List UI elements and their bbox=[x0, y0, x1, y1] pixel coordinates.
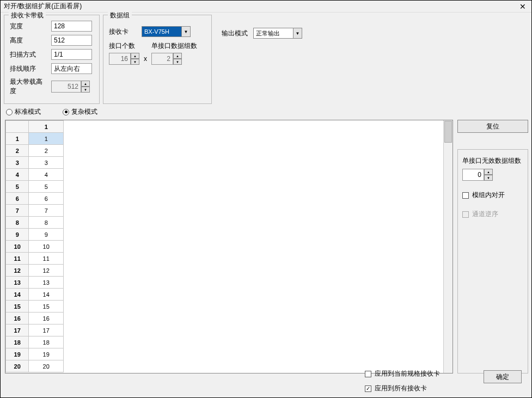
row-header[interactable]: 5 bbox=[6, 181, 29, 193]
module-split-label: 模组内对开 bbox=[472, 191, 505, 200]
row-header[interactable]: 14 bbox=[6, 289, 29, 301]
row-header[interactable]: 9 bbox=[6, 229, 29, 241]
row-header[interactable]: 18 bbox=[6, 336, 29, 348]
grid-cell[interactable]: 16 bbox=[29, 313, 64, 324]
scrollbar-thumb[interactable] bbox=[444, 121, 452, 143]
chevron-down-icon[interactable]: ▼ bbox=[81, 87, 90, 93]
grid-cell[interactable]: 14 bbox=[29, 289, 64, 301]
footer: 应用到当前规格接收卡 应用到所有接收卡 确定 bbox=[1, 369, 531, 393]
row-header[interactable]: 3 bbox=[6, 157, 29, 169]
chevron-up-icon[interactable]: ▲ bbox=[81, 81, 90, 87]
grid-cell[interactable]: 9 bbox=[29, 229, 64, 241]
close-icon[interactable]: ✕ bbox=[517, 2, 528, 11]
grid-cell[interactable]: 19 bbox=[29, 348, 64, 360]
output-mode-value: 正常输出 bbox=[254, 28, 293, 38]
grid-cell[interactable]: 3 bbox=[29, 157, 64, 169]
maxh-value bbox=[51, 81, 81, 93]
channel-reverse-label: 通道逆序 bbox=[472, 210, 498, 219]
row-header[interactable]: 19 bbox=[6, 348, 29, 360]
wire-input[interactable] bbox=[51, 63, 92, 74]
grid-cell[interactable]: 11 bbox=[29, 253, 64, 265]
chevron-down-icon[interactable]: ▼ bbox=[173, 59, 182, 65]
grid-cell[interactable]: 12 bbox=[29, 265, 64, 277]
width-label: 宽度 bbox=[10, 22, 48, 31]
ports-value bbox=[109, 53, 131, 65]
invalid-groups-stepper[interactable]: ▲▼ bbox=[462, 169, 523, 181]
ok-button[interactable]: 确定 bbox=[484, 370, 522, 383]
grid-cell[interactable]: 18 bbox=[29, 336, 64, 348]
checkbox-icon bbox=[365, 371, 371, 377]
row-header[interactable]: 15 bbox=[6, 301, 29, 313]
legend-recv: 接收卡带载 bbox=[9, 11, 46, 20]
checkbox-icon bbox=[462, 211, 469, 218]
grid-cell[interactable]: 2 bbox=[29, 145, 64, 157]
maxh-label: 最大带载高度 bbox=[10, 77, 48, 96]
reset-button[interactable]: 复位 bbox=[457, 120, 528, 133]
fieldset-data-group: 数据组 接收卡 BX-V75H ▼ 接口个数 ▲▼ bbox=[103, 15, 212, 104]
main-area: 1112233445566778899101011111212131314141… bbox=[1, 120, 531, 373]
grid-cell[interactable]: 4 bbox=[29, 169, 64, 181]
height-input[interactable] bbox=[51, 35, 92, 46]
row-header[interactable]: 1 bbox=[6, 133, 29, 145]
radio-complex-label: 复杂模式 bbox=[71, 107, 97, 117]
groups-value bbox=[151, 53, 173, 65]
grid-cell[interactable]: 13 bbox=[29, 277, 64, 289]
row-header[interactable]: 16 bbox=[6, 313, 29, 324]
chevron-down-icon[interactable]: ▼ bbox=[484, 175, 493, 181]
width-input[interactable] bbox=[51, 21, 92, 32]
fieldset-recv-card: 接收卡带载 宽度 高度 扫描方式 排线顺序 最大带载高度 ▲▼ bbox=[4, 15, 100, 104]
maxh-stepper[interactable]: ▲▼ bbox=[51, 81, 90, 93]
groups-stepper[interactable]: ▲▼ bbox=[151, 53, 182, 65]
radio-icon bbox=[63, 109, 69, 115]
output-mode-label: 输出模式 bbox=[222, 29, 248, 38]
grid-cell[interactable]: 8 bbox=[29, 217, 64, 229]
data-grid[interactable]: 1112233445566778899101011111212131314141… bbox=[5, 120, 453, 373]
row-header[interactable]: 6 bbox=[6, 193, 29, 205]
chevron-down-icon[interactable]: ▼ bbox=[293, 28, 302, 38]
legend-dg: 数据组 bbox=[108, 11, 132, 20]
grid-cell[interactable]: 10 bbox=[29, 241, 64, 253]
options-section: 单接口无效数据组数 ▲▼ 模组内对开 通道逆序 bbox=[457, 149, 528, 373]
output-mode-row: 输出模式 正常输出 ▼ bbox=[222, 28, 302, 39]
chevron-up-icon[interactable]: ▲ bbox=[173, 53, 182, 59]
row-header[interactable]: 8 bbox=[6, 217, 29, 229]
chevron-down-icon[interactable]: ▼ bbox=[131, 59, 139, 65]
row-header[interactable]: 7 bbox=[6, 205, 29, 217]
checkbox-icon bbox=[365, 385, 371, 392]
chevron-up-icon[interactable]: ▲ bbox=[484, 169, 493, 175]
grid-cell[interactable]: 15 bbox=[29, 301, 64, 313]
radio-complex[interactable]: 复杂模式 bbox=[63, 107, 97, 117]
row-header[interactable]: 4 bbox=[6, 169, 29, 181]
grid-cell[interactable]: 6 bbox=[29, 193, 64, 205]
scrollbar-vertical[interactable] bbox=[443, 120, 452, 373]
invalid-groups-value[interactable] bbox=[462, 169, 484, 181]
chevron-up-icon[interactable]: ▲ bbox=[131, 53, 139, 59]
row-header[interactable]: 2 bbox=[6, 145, 29, 157]
recvcard-value: BX-V75H bbox=[142, 27, 181, 36]
radio-icon bbox=[6, 109, 13, 115]
chevron-down-icon[interactable]: ▼ bbox=[181, 27, 190, 36]
grid-cell[interactable]: 17 bbox=[29, 324, 64, 336]
checkbox-apply-current[interactable]: 应用到当前规格接收卡 bbox=[365, 369, 440, 378]
scan-label: 扫描方式 bbox=[10, 50, 48, 59]
output-mode-select[interactable]: 正常输出 ▼ bbox=[253, 28, 302, 39]
row-header[interactable]: 11 bbox=[6, 253, 29, 265]
row-header[interactable]: 13 bbox=[6, 277, 29, 289]
checkbox-module-split[interactable]: 模组内对开 bbox=[462, 191, 523, 200]
upper-panel: 接收卡带载 宽度 高度 扫描方式 排线顺序 最大带载高度 ▲▼ bbox=[1, 13, 531, 104]
ports-stepper[interactable]: ▲▼ bbox=[109, 53, 139, 65]
recvcard-select[interactable]: BX-V75H ▼ bbox=[142, 26, 191, 37]
checkbox-apply-all[interactable]: 应用到所有接收卡 bbox=[365, 384, 440, 393]
dialog-window: 对开/数据组扩展(正面看屏) ✕ 接收卡带载 宽度 高度 扫描方式 排线顺序 bbox=[0, 0, 532, 398]
grid-cell[interactable]: 7 bbox=[29, 205, 64, 217]
apply-current-label: 应用到当前规格接收卡 bbox=[375, 369, 440, 378]
x-label: x bbox=[144, 55, 147, 65]
row-header[interactable]: 17 bbox=[6, 324, 29, 336]
grid-cell[interactable]: 5 bbox=[29, 181, 64, 193]
row-header[interactable]: 10 bbox=[6, 241, 29, 253]
radio-standard[interactable]: 标准模式 bbox=[6, 107, 41, 117]
mode-radio-group: 标准模式 复杂模式 bbox=[1, 104, 531, 120]
scan-input[interactable] bbox=[51, 49, 92, 60]
row-header[interactable]: 12 bbox=[6, 265, 29, 277]
grid-cell[interactable]: 1 bbox=[29, 133, 64, 145]
